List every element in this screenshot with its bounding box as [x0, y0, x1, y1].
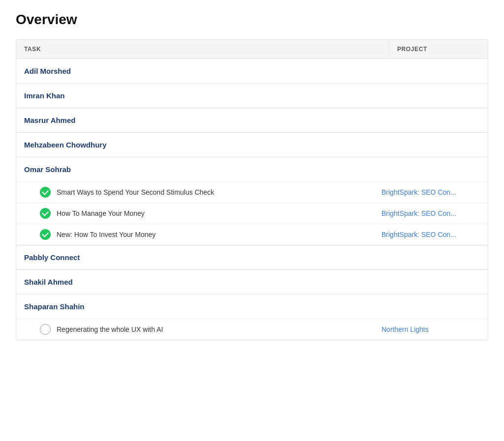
group-row-shaparan-shahin: Shaparan ShahinRegenerating the whole UX… — [16, 294, 488, 340]
task-left-task-1: Smart Ways to Spend Your Second Stimulus… — [40, 187, 381, 198]
group-row-imran-khan: Imran Khan — [16, 84, 488, 108]
table-body: Adil MorshedImran KhanMasrur AhmedMehzab… — [16, 59, 488, 340]
done-icon — [40, 229, 51, 240]
column-header-project: PROJECT — [389, 40, 488, 59]
task-name-task-2: How To Manage Your Money — [57, 209, 145, 217]
task-row-task-4[interactable]: Regenerating the whole UX with AINorther… — [16, 319, 488, 340]
task-project-task-2[interactable]: BrightSpark: SEO Con... — [381, 209, 480, 217]
table-header: TASK PROJECT — [16, 40, 488, 59]
done-icon — [40, 187, 51, 198]
group-label-omar-sohrab: Omar Sohrab — [24, 165, 381, 174]
group-header-omar-sohrab[interactable]: Omar Sohrab — [16, 157, 488, 181]
group-label-adil-morshed: Adil Morshed — [24, 67, 381, 75]
group-label-pabbly-connect: Pabbly Connect — [24, 253, 381, 262]
group-row-adil-morshed: Adil Morshed — [16, 59, 488, 84]
group-header-shaparan-shahin[interactable]: Shaparan Shahin — [16, 294, 488, 319]
task-row-task-2[interactable]: How To Manage Your MoneyBrightSpark: SEO… — [16, 203, 488, 224]
group-header-pabbly-connect[interactable]: Pabbly Connect — [16, 245, 488, 269]
task-project-task-3[interactable]: BrightSpark: SEO Con... — [381, 231, 480, 238]
group-label-masrur-ahmed: Masrur Ahmed — [24, 116, 381, 124]
task-row-task-3[interactable]: New: How To Invest Your MoneyBrightSpark… — [16, 224, 488, 245]
group-header-masrur-ahmed[interactable]: Masrur Ahmed — [16, 108, 488, 132]
task-row-task-1[interactable]: Smart Ways to Spend Your Second Stimulus… — [16, 181, 488, 203]
task-name-task-1: Smart Ways to Spend Your Second Stimulus… — [57, 188, 214, 196]
task-project-task-1[interactable]: BrightSpark: SEO Con... — [381, 188, 480, 196]
overview-table: TASK PROJECT Adil MorshedImran KhanMasru… — [16, 39, 488, 340]
group-row-omar-sohrab: Omar SohrabSmart Ways to Spend Your Seco… — [16, 157, 488, 245]
open-icon — [40, 324, 51, 335]
task-left-task-4: Regenerating the whole UX with AI — [40, 324, 381, 335]
task-name-task-4: Regenerating the whole UX with AI — [57, 325, 163, 333]
group-label-shaparan-shahin: Shaparan Shahin — [24, 302, 381, 311]
task-left-task-2: How To Manage Your Money — [40, 208, 381, 219]
task-name-task-3: New: How To Invest Your Money — [57, 231, 156, 238]
group-header-imran-khan[interactable]: Imran Khan — [16, 84, 488, 108]
group-header-mehzabeen-chowdhury[interactable]: Mehzabeen Chowdhury — [16, 133, 488, 157]
group-label-mehzabeen-chowdhury: Mehzabeen Chowdhury — [24, 141, 381, 149]
task-project-task-4[interactable]: Northern Lights — [381, 325, 480, 333]
group-row-mehzabeen-chowdhury: Mehzabeen Chowdhury — [16, 133, 488, 157]
group-header-adil-morshed[interactable]: Adil Morshed — [16, 59, 488, 83]
group-row-pabbly-connect: Pabbly Connect — [16, 245, 488, 270]
group-row-shakil-ahmed: Shakil Ahmed — [16, 270, 488, 294]
done-icon — [40, 208, 51, 219]
page-title: Overview — [16, 12, 488, 28]
task-left-task-3: New: How To Invest Your Money — [40, 229, 381, 240]
group-header-shakil-ahmed[interactable]: Shakil Ahmed — [16, 270, 488, 294]
column-header-task: TASK — [16, 40, 389, 59]
group-label-imran-khan: Imran Khan — [24, 91, 381, 100]
group-label-shakil-ahmed: Shakil Ahmed — [24, 278, 381, 286]
group-row-masrur-ahmed: Masrur Ahmed — [16, 108, 488, 133]
